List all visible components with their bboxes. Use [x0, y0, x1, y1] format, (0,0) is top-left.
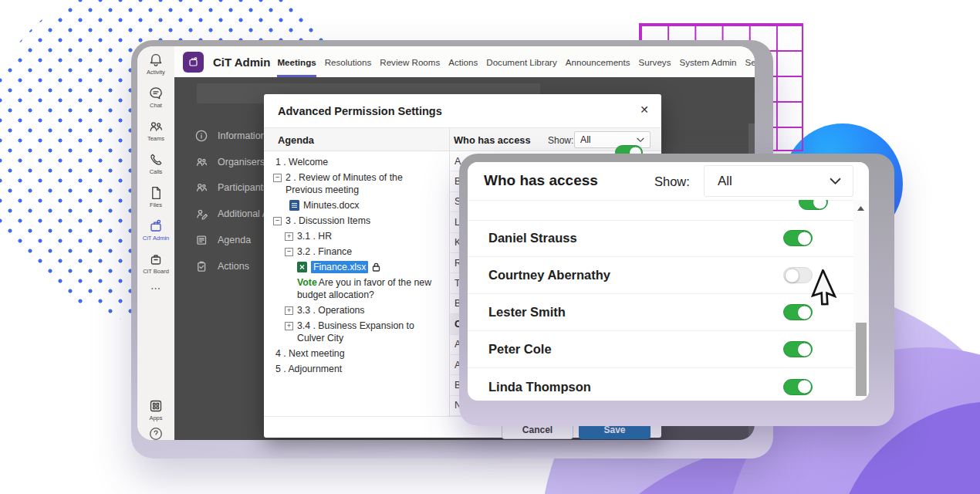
rail-label: Activity [147, 69, 165, 76]
expand-expander-icon[interactable]: + [285, 322, 293, 330]
tab-meetings[interactable]: Meetings [277, 46, 316, 77]
person-name: Daniel Strauss [488, 231, 783, 245]
access-toggle[interactable] [799, 200, 828, 210]
app-logo[interactable] [183, 52, 204, 73]
word-file-icon [289, 200, 299, 211]
toggle-knob [797, 305, 812, 320]
popup-title: Who has access [484, 172, 598, 189]
cit-admin-logo-icon [188, 56, 199, 68]
rail-item-chat[interactable]: Chat [137, 86, 174, 109]
access-toggle[interactable] [783, 230, 813, 246]
scroll-up-icon[interactable] [857, 206, 864, 211]
tree-item-word-file[interactable]: Minutes.docx [273, 199, 449, 211]
agenda-column-header: Agenda [278, 134, 314, 146]
rail-item-more[interactable]: ⋯ [137, 283, 174, 294]
tab-resolutions[interactable]: Resolutions [325, 46, 372, 77]
top-nav: CiT Admin Meetings Resolutions Review Ro… [174, 46, 755, 78]
rail-item-apps[interactable]: Apps [137, 398, 174, 421]
people-icon [195, 181, 208, 194]
access-row-linda-thompson: Linda Thompson [468, 368, 853, 401]
tab-review-rooms[interactable]: Review Rooms [380, 46, 440, 77]
tree-item[interactable]: 4 . Next meeting [273, 347, 449, 360]
person-name: Courtney Abernathy [488, 268, 783, 283]
rail-label: Teams [147, 135, 164, 142]
collapse-expander-icon[interactable]: − [285, 248, 293, 256]
sidebar-item-label: Agenda [218, 235, 251, 245]
tab-document-library[interactable]: Document Library [486, 46, 557, 77]
briefcase-icon [148, 252, 164, 267]
tab-announcements[interactable]: Announcements [566, 46, 630, 77]
nav-tabs: Meetings Resolutions Review Rooms Action… [277, 46, 755, 77]
rail-item-activity[interactable]: Activity [137, 52, 174, 76]
access-toggle[interactable] [783, 304, 813, 320]
app-rail: Activity Chat Teams Calls Files [137, 46, 174, 440]
phone-icon [148, 152, 164, 167]
sidebar-item-information[interactable]: Information [195, 130, 266, 142]
rail-item-cit-board[interactable]: CiT Board [137, 252, 174, 275]
people-icon [195, 156, 208, 168]
tree-item[interactable]: − 3.2 . Finance [273, 245, 449, 258]
collapse-expander-icon[interactable]: − [273, 217, 282, 225]
rail-label: Files [150, 201, 162, 208]
sidebar-item-label: Information [218, 130, 266, 141]
rail-item-cit-admin[interactable]: CiT Admin [137, 218, 174, 242]
toggle-knob [813, 200, 827, 209]
sidebar-item-label: Participants [218, 182, 268, 193]
selected-file-name: Finance.xlsx [311, 261, 368, 273]
tab-surveys[interactable]: Surveys [639, 46, 671, 77]
app-title: CiT Admin [213, 56, 270, 69]
popup-scrollbar[interactable] [853, 200, 869, 401]
tree-item[interactable]: + 3.4 . Business Expansion to Culver Cit… [273, 320, 449, 344]
access-toggle[interactable] [783, 379, 813, 395]
person-name: Lester Smith [488, 305, 783, 320]
tab-system-admin[interactable]: System Admin [679, 46, 736, 77]
scrollbar-thumb[interactable] [856, 323, 867, 396]
sidebar-item-label: Organisers [218, 157, 265, 167]
sidebar-item-actions[interactable]: Actions [195, 260, 249, 272]
show-filter-value: All [718, 174, 830, 189]
dialog-title: Advanced Permission Settings [278, 105, 442, 117]
access-toggle[interactable] [783, 267, 813, 283]
tree-item-excel-file-selected[interactable]: Finance.xlsx [273, 261, 449, 273]
chat-icon [148, 86, 164, 101]
access-row-courtney-abernathy: Courtney Abernathy [468, 257, 853, 294]
access-row-daniel-strauss: Daniel Strauss [468, 220, 853, 257]
sidebar-item-organisers[interactable]: Organisers [195, 156, 265, 168]
chevron-down-icon [637, 137, 644, 143]
help-circle-icon[interactable] [148, 426, 164, 440]
tree-item[interactable]: − 3 . Discussion Items [273, 215, 449, 227]
tree-item[interactable]: − 2 . Review of Minutes of the Previous … [273, 171, 449, 196]
rail-item-files[interactable]: Files [137, 185, 174, 208]
tab-actions[interactable]: Actions [448, 46, 478, 77]
rail-item-teams[interactable]: Teams [137, 119, 174, 142]
tree-item[interactable]: + 3.3 . Operations [273, 304, 449, 316]
tree-item[interactable]: 5 . Adjournment [273, 363, 449, 375]
tab-search[interactable]: Search [745, 46, 755, 77]
show-label: Show: [548, 135, 573, 146]
dialog-subheader: Agenda Who has access Show: All [264, 127, 661, 151]
toggle-knob [797, 231, 812, 245]
show-label: Show: [654, 174, 690, 189]
expand-expander-icon[interactable]: + [285, 306, 293, 315]
rail-item-calls[interactable]: Calls [137, 152, 174, 175]
person-edit-icon [195, 208, 208, 220]
sidebar-item-label: Actions [218, 261, 249, 272]
rail-label: Apps [149, 414, 162, 421]
show-filter-dropdown[interactable]: All [704, 165, 853, 197]
collapse-expander-icon[interactable]: − [273, 174, 282, 182]
info-icon [195, 130, 208, 142]
sidebar-item-agenda[interactable]: Agenda [195, 234, 251, 246]
tree-item-vote[interactable]: VoteAre you in favor of the new budget a… [273, 276, 449, 301]
sidebar-item-additional-access[interactable]: Additional Ac [195, 208, 273, 220]
close-icon[interactable]: ✕ [640, 103, 649, 116]
expand-expander-icon[interactable]: + [285, 232, 293, 241]
file-icon [148, 185, 164, 201]
vote-badge: Vote [297, 277, 317, 288]
tree-item[interactable]: + 3.1 . HR [273, 230, 449, 242]
tree-item[interactable]: 1 . Welcome [273, 156, 449, 168]
scrolled-partial-row [468, 200, 853, 221]
rail-label: Chat [150, 102, 162, 109]
clipboard-check-icon [195, 260, 208, 272]
access-toggle[interactable] [783, 341, 813, 357]
sidebar-item-participants[interactable]: Participants [195, 181, 268, 194]
